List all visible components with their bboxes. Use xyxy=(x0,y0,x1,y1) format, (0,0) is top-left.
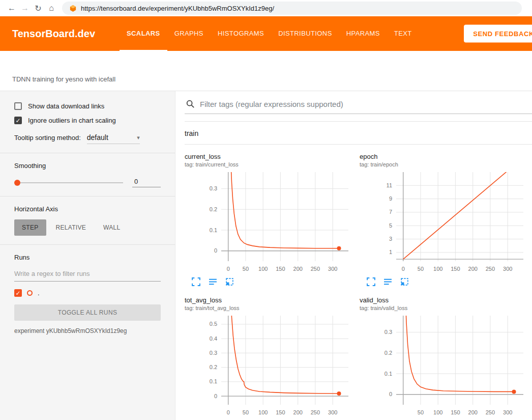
svg-text:300: 300 xyxy=(503,266,512,272)
train-section-card: train current_loss tag: train/current_lo… xyxy=(185,121,532,420)
svg-text:50: 50 xyxy=(418,409,424,415)
home-icon[interactable]: ⌂ xyxy=(45,2,58,15)
svg-text:11: 11 xyxy=(387,182,392,188)
svg-text:0.4: 0.4 xyxy=(210,335,217,342)
axis-relative-button[interactable]: RELATIVE xyxy=(48,219,94,236)
fit-domain-icon[interactable] xyxy=(400,277,409,286)
toggle-all-runs-button[interactable]: TOGGLE ALL RUNS xyxy=(14,304,161,321)
runs-label: Runs xyxy=(14,254,161,261)
svg-text:0.1: 0.1 xyxy=(210,378,217,384)
chart-tag: tag: train/valid_loss xyxy=(360,305,527,311)
ignore-outliers-label: Ignore outliers in chart scaling xyxy=(28,117,116,124)
tab-text[interactable]: TEXT xyxy=(387,16,419,51)
tag-filter-input[interactable] xyxy=(200,100,532,108)
run-list-item[interactable]: . xyxy=(14,289,161,297)
svg-text:0.3: 0.3 xyxy=(210,185,217,191)
expand-chart-icon[interactable] xyxy=(192,277,200,286)
scalars-dashboard: train current_loss tag: train/current_lo… xyxy=(175,91,532,420)
fit-domain-icon[interactable] xyxy=(225,277,234,286)
content: Show data download links Ignore outliers… xyxy=(0,91,532,420)
send-feedback-button[interactable]: SEND FEEDBACK xyxy=(464,25,532,43)
svg-text:100: 100 xyxy=(258,266,268,272)
refresh-icon[interactable]: ↻ xyxy=(32,2,45,15)
smoothing-slider[interactable] xyxy=(14,179,123,186)
svg-text:0.1: 0.1 xyxy=(210,227,217,233)
back-icon[interactable]: ← xyxy=(5,2,18,15)
svg-text:100: 100 xyxy=(433,266,442,272)
smoothing-value-field[interactable]: 0 xyxy=(132,178,161,187)
browser-toolbar: ← → ↻ ⌂ https://tensorboard.dev/experime… xyxy=(0,0,532,16)
tab-histograms[interactable]: HISTOGRAMS xyxy=(211,16,271,51)
svg-text:50: 50 xyxy=(243,266,249,272)
chart-card-valid-loss: valid_loss tag: train/valid_loss 00.10.2… xyxy=(360,296,527,420)
chart-tag: tag: train/epoch xyxy=(360,161,527,167)
svg-text:250: 250 xyxy=(486,266,495,272)
run-checkbox[interactable] xyxy=(14,289,22,297)
charts-grid: current_loss tag: train/current_loss 00.… xyxy=(185,145,532,420)
svg-text:0.2: 0.2 xyxy=(385,350,392,356)
app-logo: TensorBoard.dev xyxy=(12,28,95,40)
run-color-swatch-icon xyxy=(27,290,33,296)
tab-distributions[interactable]: DISTRIBUTIONS xyxy=(271,16,339,51)
svg-text:0.5: 0.5 xyxy=(210,321,217,327)
svg-text:0.2: 0.2 xyxy=(210,206,217,212)
tooltip-sorting-value: default xyxy=(87,133,108,142)
svg-text:100: 100 xyxy=(433,409,442,415)
show-download-links-label: Show data download links xyxy=(28,102,104,110)
data-table-icon[interactable] xyxy=(383,277,392,286)
tooltip-sorting-dropdown[interactable]: default ▾ xyxy=(87,133,140,144)
tab-scalars[interactable]: SCALARS xyxy=(120,16,167,51)
svg-text:150: 150 xyxy=(451,409,460,415)
expand-chart-icon[interactable] xyxy=(367,277,375,286)
svg-text:0.3: 0.3 xyxy=(210,350,217,356)
svg-text:200: 200 xyxy=(468,409,478,415)
line-chart[interactable]: 00.10.20.3050100150200250300 xyxy=(185,170,352,276)
line-chart[interactable]: 1357911050100150200250300 xyxy=(360,170,527,276)
runs-filter-input[interactable] xyxy=(14,266,161,282)
ignore-outliers-checkbox[interactable] xyxy=(14,117,22,124)
tensorboard-favicon-icon xyxy=(69,5,77,12)
forward-icon[interactable]: → xyxy=(18,2,32,15)
tab-graphs[interactable]: GRAPHS xyxy=(167,16,211,51)
chart-title: current_loss xyxy=(185,153,352,160)
address-bar[interactable]: https://tensorboard.dev/experiment/yKUbh… xyxy=(62,2,522,15)
chart-card-epoch: epoch tag: train/epoch 13579110501001502… xyxy=(360,153,527,286)
svg-text:0: 0 xyxy=(214,247,217,254)
svg-text:150: 150 xyxy=(451,266,460,272)
line-chart[interactable]: 00.10.20.30.40.5050100150200250300 xyxy=(185,313,352,420)
axis-wall-button[interactable]: WALL xyxy=(96,219,128,236)
settings-sidebar: Show data download links Ignore outliers… xyxy=(0,91,175,420)
data-table-icon[interactable] xyxy=(209,277,217,286)
line-chart[interactable]: 00.10.20.350100150200250300 xyxy=(360,313,527,420)
svg-text:300: 300 xyxy=(328,409,337,415)
svg-text:0.1: 0.1 xyxy=(385,371,392,377)
svg-text:0: 0 xyxy=(402,266,405,272)
chart-card-current-loss: current_loss tag: train/current_loss 00.… xyxy=(185,153,352,286)
svg-text:150: 150 xyxy=(276,266,285,272)
chart-tag: tag: train/tot_avg_loss xyxy=(185,305,352,311)
tooltip-sorting-label: Tooltip sorting method: xyxy=(14,134,81,142)
chart-title: valid_loss xyxy=(360,296,527,304)
chart-toolbar xyxy=(360,277,527,286)
svg-text:5: 5 xyxy=(389,222,392,229)
train-section-header[interactable]: train xyxy=(185,122,532,145)
experiment-id-caption: experiment yKUbhb5wRmOSXYkId1z9eg xyxy=(14,327,161,334)
svg-text:3: 3 xyxy=(389,236,392,242)
svg-text:0.3: 0.3 xyxy=(385,329,392,335)
chart-card-tot-avg-loss: tot_avg_loss tag: train/tot_avg_loss 00.… xyxy=(185,296,352,420)
smoothing-slider-thumb[interactable] xyxy=(14,180,20,186)
divider xyxy=(0,196,175,197)
tab-hparams[interactable]: HPARAMS xyxy=(339,16,387,51)
show-download-links-checkbox[interactable] xyxy=(14,102,22,110)
svg-text:200: 200 xyxy=(293,266,303,272)
axis-step-button[interactable]: STEP xyxy=(14,219,46,236)
svg-text:50: 50 xyxy=(243,409,249,415)
chart-toolbar xyxy=(185,277,352,286)
tag-filter-row xyxy=(185,96,532,114)
svg-text:300: 300 xyxy=(503,409,512,415)
svg-text:0.2: 0.2 xyxy=(210,364,217,370)
url-text: https://tensorboard.dev/experiment/yKUbh… xyxy=(81,5,274,12)
nav-tabs: SCALARS GRAPHS HISTOGRAMS DISTRIBUTIONS … xyxy=(120,16,419,51)
chevron-down-icon: ▾ xyxy=(137,134,140,141)
svg-text:250: 250 xyxy=(311,266,320,272)
